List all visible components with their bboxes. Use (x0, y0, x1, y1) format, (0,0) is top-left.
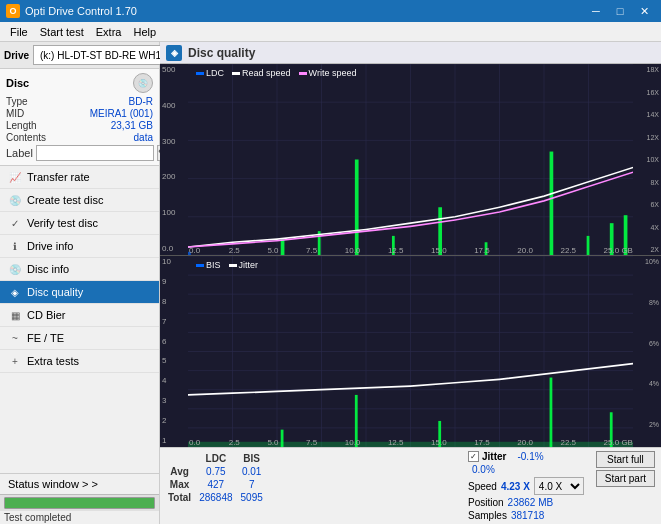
ldc-legend-write: Write speed (309, 68, 357, 78)
drive-row: Drive (k:) HL-DT-ST BD-RE WH16NS58 TST4 … (0, 42, 159, 69)
avg-bis-value: 0.01 (241, 466, 269, 477)
sidebar-item-extra-tests[interactable]: + Extra tests (0, 350, 159, 373)
fe-te-label: FE / TE (27, 332, 64, 344)
extra-tests-icon: + (8, 354, 22, 368)
sidebar-item-transfer-rate[interactable]: 📈 Transfer rate (0, 166, 159, 189)
disc-panel: Disc 💿 Type BD-R MID MEIRA1 (001) Length… (0, 69, 159, 166)
label-input[interactable] (36, 145, 154, 161)
menu-help[interactable]: Help (127, 24, 162, 40)
transfer-rate-icon: 📈 (8, 170, 22, 184)
jitter-checkbox[interactable]: ✓ (468, 451, 479, 462)
app-title: Opti Drive Control 1.70 (25, 5, 137, 17)
ldc-chart-wrapper: 500 400 300 200 100 0.0 LDC Read speed W… (160, 64, 661, 256)
sidebar-item-disc-info[interactable]: 💿 Disc info (0, 258, 159, 281)
create-test-disc-icon: 💿 (8, 193, 22, 207)
create-test-disc-label: Create test disc (27, 194, 103, 206)
fe-te-icon: ~ (8, 331, 22, 345)
samples-label: Samples (468, 510, 507, 521)
bis-header: BIS (241, 453, 269, 464)
total-ldc-value: 286848 (199, 492, 238, 503)
disc-quality-label: Disc quality (27, 286, 83, 298)
contents-label: Contents (6, 132, 46, 143)
bis-legend-jitter: Jitter (239, 260, 259, 270)
avg-label: Avg (168, 466, 197, 477)
cd-bier-icon: ▦ (8, 308, 22, 322)
max-ldc-value: 427 (199, 479, 238, 490)
max-jitter-value: 0.0% (472, 464, 495, 475)
start-part-button[interactable]: Start part (596, 470, 655, 487)
avg-ldc-value: 0.75 (199, 466, 238, 477)
transfer-rate-label: Transfer rate (27, 171, 90, 183)
samples-value: 381718 (511, 510, 544, 521)
start-full-button[interactable]: Start full (596, 451, 655, 468)
bis-legend: BIS Jitter (196, 260, 258, 270)
sidebar-item-disc-quality[interactable]: ◈ Disc quality (0, 281, 159, 304)
verify-test-disc-label: Verify test disc (27, 217, 98, 229)
jitter-label: Jitter (482, 451, 506, 462)
sidebar-item-verify-test-disc[interactable]: ✓ Verify test disc (0, 212, 159, 235)
total-bis-value: 5095 (241, 492, 269, 503)
sidebar-item-drive-info[interactable]: ℹ Drive info (0, 235, 159, 258)
contents-value: data (134, 132, 153, 143)
disc-icon: 💿 (133, 73, 153, 93)
bis-y-axis-right: 10% 8% 6% 4% 2% (633, 256, 661, 447)
status-window-label: Status window > > (8, 478, 98, 490)
length-label: Length (6, 120, 37, 131)
total-label: Total (168, 492, 197, 503)
mid-value: MEIRA1 (001) (90, 108, 153, 119)
ldc-legend: LDC Read speed Write speed (196, 68, 356, 78)
close-button[interactable]: ✕ (633, 3, 655, 19)
sidebar-item-fe-te[interactable]: ~ FE / TE (0, 327, 159, 350)
progress-bar (4, 497, 155, 509)
sidebar-item-create-test-disc[interactable]: 💿 Create test disc (0, 189, 159, 212)
ldc-y-axis-right: 18X 16X 14X 12X 10X 8X 6X 4X 2X (633, 64, 661, 255)
menu-file[interactable]: File (4, 24, 34, 40)
ldc-chart: LDC Read speed Write speed (188, 64, 633, 255)
quality-icon: ◈ (166, 45, 182, 61)
max-bis-value: 7 (241, 479, 269, 490)
position-label: Position (468, 497, 504, 508)
stats-left: LDC BIS Avg 0.75 0.01 Max 427 7 Total (166, 451, 464, 521)
disc-info-icon: 💿 (8, 262, 22, 276)
menu-start-test[interactable]: Start test (34, 24, 90, 40)
menu-extra[interactable]: Extra (90, 24, 128, 40)
quality-header: ◈ Disc quality (160, 42, 661, 64)
ldc-y-axis-left: 500 400 300 200 100 0.0 (160, 64, 188, 255)
speed-stat-label: Speed (468, 481, 497, 492)
ldc-legend-read: Read speed (242, 68, 291, 78)
progress-bar-fill (5, 498, 154, 508)
drive-info-icon: ℹ (8, 239, 22, 253)
bis-chart-wrapper: 10 9 8 7 6 5 4 3 2 1 BIS Jitter (160, 256, 661, 447)
status-text: Test completed (0, 511, 159, 524)
label-label: Label (6, 147, 33, 159)
ldc-legend-ldc: LDC (206, 68, 224, 78)
disc-info-label: Disc info (27, 263, 69, 275)
ldc-header: LDC (199, 453, 238, 464)
sidebar-item-cd-bier[interactable]: ▦ CD Bier (0, 304, 159, 327)
type-label: Type (6, 96, 28, 107)
stats-middle: ✓ Jitter -0.1% 0.0% Speed 4.23 X 4.0 X P… (464, 451, 588, 521)
max-label: Max (168, 479, 197, 490)
drive-label: Drive (4, 50, 29, 61)
title-bar: O Opti Drive Control 1.70 ─ □ ✕ (0, 0, 661, 22)
svg-rect-50 (550, 378, 553, 447)
status-window-button[interactable]: Status window > > (0, 473, 159, 494)
svg-rect-22 (550, 152, 554, 255)
svg-rect-18 (355, 160, 359, 256)
stats-panel: LDC BIS Avg 0.75 0.01 Max 427 7 Total (160, 447, 661, 524)
app-icon: O (6, 4, 20, 18)
maximize-button[interactable]: □ (609, 3, 631, 19)
speed-stat-select[interactable]: 4.0 X (534, 477, 584, 495)
bis-legend-bis: BIS (206, 260, 221, 270)
sidebar: Drive (k:) HL-DT-ST BD-RE WH16NS58 TST4 … (0, 42, 160, 524)
mid-label: MID (6, 108, 24, 119)
stats-table: LDC BIS Avg 0.75 0.01 Max 427 7 Total (166, 451, 271, 505)
drive-info-label: Drive info (27, 240, 73, 252)
length-value: 23,31 GB (111, 120, 153, 131)
start-buttons: Start full Start part (596, 451, 655, 521)
quality-title: Disc quality (188, 46, 255, 60)
position-value: 23862 MB (508, 497, 554, 508)
minimize-button[interactable]: ─ (585, 3, 607, 19)
disc-quality-icon: ◈ (8, 285, 22, 299)
disc-title: Disc (6, 77, 29, 89)
